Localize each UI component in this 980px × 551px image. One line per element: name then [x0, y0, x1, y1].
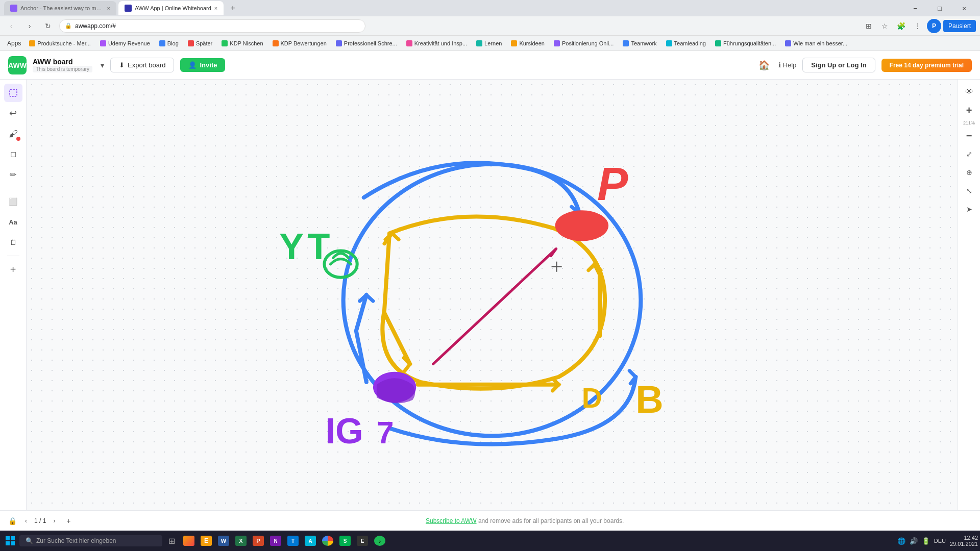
help-button[interactable]: ℹ Help	[778, 61, 797, 69]
minimize-button[interactable]: −	[903, 1, 927, 15]
apps-bookmark[interactable]: Apps	[4, 40, 24, 47]
color-indicator	[16, 137, 20, 141]
taskbar-battery-icon: 🔋	[922, 537, 930, 545]
url-text: awwapp.com/#	[75, 22, 116, 30]
taskbar-network-icon: 🌐	[897, 537, 905, 545]
whiteboard-container: ↩ 🖌 ◻ ✏ ⬜ Aa 🗒 +	[0, 80, 980, 510]
bm-kdp-bewertungen[interactable]: KDP Bewertungen	[268, 39, 331, 47]
export-board-button[interactable]: ⬇ Export board	[110, 58, 174, 72]
brush-tool[interactable]: 🖌	[4, 124, 22, 143]
bm-blog[interactable]: Blog	[155, 39, 183, 47]
anchor-tab-close[interactable]: ×	[107, 5, 110, 11]
taskbar-app8[interactable]: A	[302, 533, 318, 549]
bm-professionell[interactable]: Professionell Schre...	[332, 39, 401, 47]
forward-button[interactable]: ›	[22, 19, 37, 33]
subscribe-suffix: and remove ads for all participants on a…	[478, 517, 624, 524]
taskbar-explorer2[interactable]: E	[198, 533, 214, 549]
bm-favicon-wieman	[785, 40, 791, 46]
bm-favicon-kreativitaet	[406, 40, 412, 46]
url-bar[interactable]: 🔒 awwapp.com/#	[59, 19, 365, 33]
aww-tab-close[interactable]: ×	[214, 5, 217, 11]
tab-anchor[interactable]: Anchor - The easiest way to mai... ×	[4, 1, 116, 15]
new-tab-button[interactable]: +	[226, 1, 240, 15]
eye-button[interactable]: 👁	[961, 84, 977, 100]
bm-teamwork[interactable]: Teamwork	[619, 39, 660, 47]
taskbar-chrome[interactable]	[320, 533, 336, 549]
invite-button[interactable]: 👤 Invite	[180, 58, 225, 72]
taskbar-app7[interactable]: T	[285, 533, 301, 549]
select-tool[interactable]	[4, 84, 22, 102]
bm-teamleading[interactable]: Teamleading	[662, 39, 710, 47]
eraser-tool[interactable]: ◻	[4, 145, 22, 163]
bm-favicon-udemy	[100, 40, 106, 46]
bm-positionierung[interactable]: Positionierung Onli...	[550, 39, 618, 47]
bm-kursideen[interactable]: Kursideen	[507, 39, 549, 47]
add-page-button[interactable]: +	[63, 516, 74, 526]
taskbar-app10[interactable]: E	[354, 533, 371, 549]
extensions2-icon[interactable]: 🧩	[894, 19, 909, 33]
next-page-button[interactable]: ›	[49, 516, 59, 526]
canvas-area[interactable]: P Y T B D	[27, 80, 958, 510]
taskbar-explorer[interactable]	[181, 533, 197, 549]
bm-lernen[interactable]: Lernen	[472, 39, 506, 47]
reload-button[interactable]: ↻	[41, 19, 55, 33]
board-dropdown-icon[interactable]: ▾	[101, 61, 104, 69]
bm-favicon-blog	[159, 40, 165, 46]
info-icon: ℹ	[778, 61, 781, 69]
left-toolbar: ↩ 🖌 ◻ ✏ ⬜ Aa 🗒 +	[0, 80, 27, 510]
close-button[interactable]: ×	[952, 1, 976, 15]
taskbar-word[interactable]: W	[215, 533, 232, 549]
pausiert-button[interactable]: Pausiert	[943, 20, 976, 32]
toolbar-separator-1	[7, 188, 19, 188]
anchor-favicon	[10, 5, 17, 12]
bm-favicon-kdp-nischen	[222, 40, 228, 46]
bm-udemy[interactable]: Udemy Revenue	[96, 39, 154, 47]
add-tool[interactable]: +	[4, 260, 22, 279]
taskbar-app11[interactable]: ♪	[372, 533, 388, 549]
taskbar-excel[interactable]: X	[233, 533, 249, 549]
subscribe-link[interactable]: Subscribe to AWW	[426, 517, 477, 524]
bm-favicon-lernen	[476, 40, 482, 46]
center-button[interactable]: ⊕	[961, 164, 977, 181]
taskbar-onenote[interactable]: N	[267, 533, 284, 549]
svg-rect-0	[10, 89, 17, 96]
settings-icon[interactable]: ⋮	[911, 19, 925, 33]
taskbar-powerpoint[interactable]: P	[250, 533, 266, 549]
bm-spaeter[interactable]: Später	[184, 39, 216, 47]
bm-kreativitaet[interactable]: Kreativität und Insp...	[402, 39, 471, 47]
maximize-button[interactable]: □	[928, 1, 951, 15]
text-tool[interactable]: Aa	[4, 213, 22, 231]
zoom-out-button[interactable]: −	[961, 128, 977, 144]
app-header: AWW AWW board This board is temporary ▾ …	[0, 51, 980, 80]
taskbar-app9[interactable]: S	[337, 533, 353, 549]
bookmark-icon[interactable]: ☆	[878, 19, 892, 33]
help-label: Help	[783, 61, 797, 69]
start-button[interactable]	[2, 533, 18, 549]
board-name-container: AWW board This board is temporary	[33, 58, 92, 72]
svg-rect-14	[6, 536, 10, 540]
profile-button[interactable]: P	[927, 19, 941, 33]
board-name: AWW board	[33, 58, 92, 66]
taskbar-taskview[interactable]: ⊞	[163, 533, 180, 549]
signup-button[interactable]: Sign Up or Log In	[802, 58, 875, 72]
zoom-in-button[interactable]: +	[961, 102, 977, 118]
home-button[interactable]: 🏠	[756, 57, 772, 73]
prev-page-button[interactable]: ‹	[21, 516, 31, 526]
undo-tool[interactable]: ↩	[4, 104, 22, 122]
expand-button[interactable]: ⤢	[961, 146, 977, 162]
sticky-tool[interactable]: 🗒	[4, 233, 22, 252]
premium-button[interactable]: Free 14 day premium trial	[881, 59, 972, 72]
bm-kdp-nischen[interactable]: KDP Nischen	[217, 39, 267, 47]
title-bar: Anchor - The easiest way to mai... × AWW…	[0, 0, 980, 16]
fit-button[interactable]: ⤡	[961, 183, 977, 199]
bm-fuehrung[interactable]: Führungsqualitäten...	[711, 39, 780, 47]
taskbar-search[interactable]: 🔍 Zur Suche Text hier eingeben	[19, 535, 162, 546]
bm-wie-man[interactable]: Wie man ein besser...	[781, 39, 851, 47]
pen-tool[interactable]: ✏	[4, 165, 22, 184]
back-button[interactable]: ‹	[4, 19, 18, 33]
extensions-icon[interactable]: ⊞	[862, 19, 876, 33]
tab-aww[interactable]: AWW App | Online Whiteboard ×	[118, 1, 224, 15]
send-button[interactable]: ➤	[961, 201, 977, 217]
bm-produktsuche[interactable]: Produktsuche - Mer...	[25, 39, 95, 47]
shape-tool[interactable]: ⬜	[4, 192, 22, 211]
